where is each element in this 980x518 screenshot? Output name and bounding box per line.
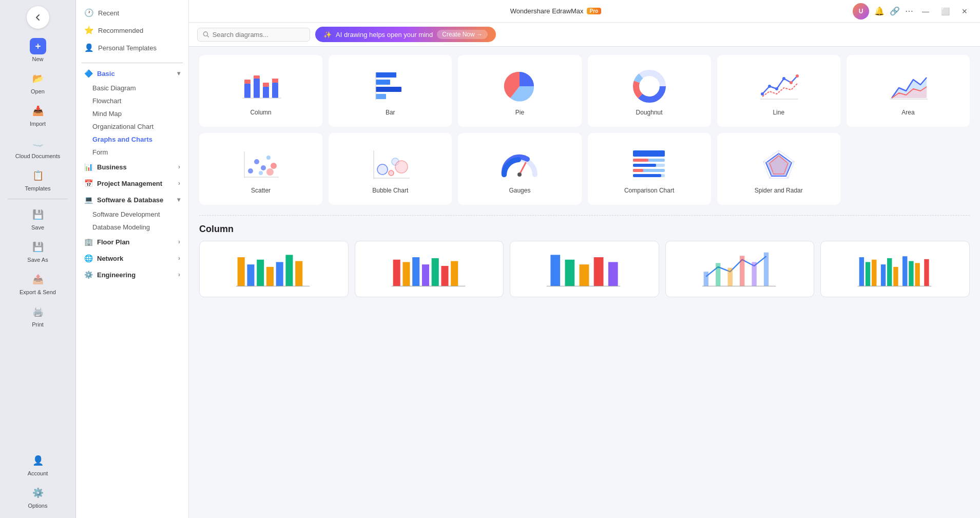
chart-card-gauges[interactable]: Gauges xyxy=(458,133,581,205)
sidebar-item-open[interactable]: 📂 Open xyxy=(0,67,75,98)
nav-category-network[interactable]: 🌐 Network › xyxy=(76,250,188,266)
chevron-down-icon: ▾ xyxy=(177,70,180,77)
nav-category-floor[interactable]: 🏢 Floor Plan › xyxy=(76,234,188,250)
svg-rect-100 xyxy=(872,259,876,286)
area-thumb xyxy=(888,68,929,105)
bar-thumb xyxy=(370,68,411,105)
nav-sub-mindmap[interactable]: Mind Map xyxy=(76,107,188,120)
svg-rect-95 xyxy=(752,262,757,286)
sidebar-item-save[interactable]: 💾 Save xyxy=(0,203,75,234)
chart-card-bar[interactable]: Bar xyxy=(329,55,452,127)
section-divider xyxy=(199,215,970,216)
sidebar-divider xyxy=(8,199,68,199)
templates-icon: 📋 xyxy=(30,167,46,184)
nav-category-basic[interactable]: 🔷 Basic ▾ xyxy=(76,65,188,82)
nav-sub-orgchart[interactable]: Organizational Chart xyxy=(76,120,188,133)
section-title: Column xyxy=(199,224,970,235)
nav-sub-basic-diagram[interactable]: Basic Diagram xyxy=(76,82,188,94)
nav-sub-form[interactable]: Form xyxy=(76,146,188,159)
category-label: Software & Database xyxy=(97,196,163,204)
chart-card-spider[interactable]: Spider and Radar xyxy=(717,133,840,205)
svg-rect-91 xyxy=(704,272,708,286)
chart-card-scatter[interactable]: Scatter xyxy=(199,133,322,205)
sidebar-item-account[interactable]: 👤 Account xyxy=(0,449,75,479)
nav-category-business[interactable]: 📊 Business › xyxy=(76,159,188,175)
template-card-1[interactable] xyxy=(199,241,349,297)
share-icon[interactable]: 🔗 xyxy=(890,6,900,16)
toolbar: ✨ AI drawing helps open your mind Create… xyxy=(189,23,980,47)
app-title-area: Wondershare EdrawMax Pro xyxy=(510,7,602,15)
pro-badge: Pro xyxy=(587,8,602,14)
svg-point-38 xyxy=(266,168,274,176)
svg-rect-101 xyxy=(881,264,886,286)
chart-card-comparison[interactable]: Comparison Chart xyxy=(588,133,711,205)
sidebar-item-import[interactable]: 📥 Import xyxy=(0,100,75,130)
nav-category-project[interactable]: 📅 Project Management › xyxy=(76,175,188,191)
chart-card-line[interactable]: Line xyxy=(717,55,840,127)
ai-create-button[interactable]: Create Now → xyxy=(437,30,488,39)
options-icon: ⚙️ xyxy=(30,485,46,501)
svg-rect-70 xyxy=(247,264,255,286)
sidebar-item-new[interactable]: New xyxy=(0,35,75,65)
svg-rect-103 xyxy=(893,266,898,286)
window-controls: U 🔔 🔗 ⋯ — ⬜ ✕ xyxy=(853,3,972,20)
template-card-5[interactable] xyxy=(820,241,970,297)
nav-sub-database[interactable]: Database Modeling xyxy=(76,221,188,234)
sidebar-item-print[interactable]: 🖨️ Print xyxy=(0,300,75,331)
svg-rect-104 xyxy=(902,256,907,286)
bubble-thumb xyxy=(370,146,411,183)
sidebar-item-templates[interactable]: 📋 Templates xyxy=(0,164,75,195)
nav-sub-graphs[interactable]: Graphs and Charts xyxy=(76,133,188,146)
search-box[interactable] xyxy=(197,28,310,42)
import-icon: 📥 xyxy=(30,103,46,119)
nav-item-recent[interactable]: 🕐 Recent xyxy=(76,4,188,22)
svg-rect-13 xyxy=(376,80,390,85)
sidebar-item-cloud[interactable]: ☁️ Cloud Documents xyxy=(0,132,75,162)
nav-category-software[interactable]: 💻 Software & Database ▾ xyxy=(76,191,188,208)
back-button[interactable] xyxy=(27,6,49,29)
svg-rect-99 xyxy=(866,262,870,286)
sidebar-item-saveas[interactable]: 💾 Save As xyxy=(0,236,75,266)
chart-label: Gauges xyxy=(509,187,530,194)
nav-sub-flowchart[interactable]: Flowchart xyxy=(76,94,188,107)
svg-rect-93 xyxy=(728,267,733,286)
gauges-thumb xyxy=(499,146,540,183)
chart-card-doughnut[interactable]: Doughnut xyxy=(588,55,711,127)
nav-item-personal[interactable]: 👤 Personal Templates xyxy=(76,39,188,56)
search-input[interactable] xyxy=(213,31,304,39)
more-icon[interactable]: ⋯ xyxy=(905,6,913,16)
svg-point-33 xyxy=(254,159,259,164)
svg-rect-51 xyxy=(633,159,648,162)
sidebar-item-label: Templates xyxy=(25,185,50,191)
ai-banner[interactable]: ✨ AI drawing helps open your mind Create… xyxy=(315,27,496,42)
svg-rect-78 xyxy=(402,262,410,286)
account-icon: 👤 xyxy=(30,452,46,469)
chart-label: Bar xyxy=(386,109,395,116)
chart-label: Doughnut xyxy=(636,109,663,116)
ai-banner-text: AI drawing helps open your mind xyxy=(336,31,433,39)
maximize-button[interactable]: ⬜ xyxy=(938,4,952,18)
template-card-3[interactable] xyxy=(510,241,659,297)
chart-card-column[interactable]: Column xyxy=(199,55,322,127)
svg-rect-106 xyxy=(915,263,919,286)
avatar[interactable]: U xyxy=(853,3,869,20)
minimize-button[interactable]: — xyxy=(918,4,933,18)
svg-rect-80 xyxy=(422,264,429,286)
nav-sub-software-dev[interactable]: Software Development xyxy=(76,208,188,221)
chart-card-area[interactable]: Area xyxy=(847,55,970,127)
svg-rect-7 xyxy=(263,83,269,87)
nav-category-engineering[interactable]: ⚙️ Engineering › xyxy=(76,266,188,283)
template-card-4[interactable] xyxy=(665,241,815,297)
line-thumb xyxy=(758,68,799,105)
chart-card-pie[interactable]: Pie xyxy=(458,55,581,127)
svg-point-26 xyxy=(790,81,793,84)
chart-card-bubble[interactable]: Bubble Chart xyxy=(329,133,452,205)
category-label: Project Management xyxy=(97,180,162,187)
svg-rect-12 xyxy=(376,72,396,78)
nav-item-recommended[interactable]: ⭐ Recommended xyxy=(76,22,188,39)
close-button[interactable]: ✕ xyxy=(957,4,972,18)
notification-icon[interactable]: 🔔 xyxy=(874,6,885,16)
template-card-2[interactable] xyxy=(355,241,504,297)
sidebar-item-export[interactable]: 📤 Export & Send xyxy=(0,268,75,298)
sidebar-item-options[interactable]: ⚙️ Options xyxy=(0,482,75,512)
